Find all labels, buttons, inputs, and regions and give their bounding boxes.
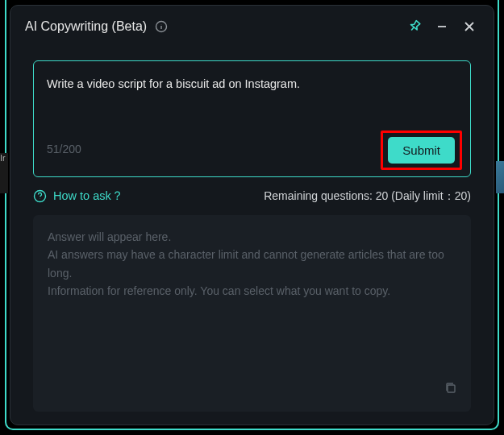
- meta-row: How to ask？ Remaining questions: 20 (Dai…: [33, 188, 471, 204]
- char-count: 51/200: [47, 143, 81, 155]
- svg-rect-9: [448, 385, 455, 392]
- submit-button[interactable]: Submit: [388, 137, 455, 164]
- question-icon: [33, 189, 47, 203]
- answer-placeholder-line2: AI answers may have a character limit an…: [48, 246, 456, 282]
- how-to-ask-link[interactable]: How to ask？: [33, 188, 123, 204]
- bg-right-strip: [496, 161, 504, 193]
- how-to-ask-label: How to ask？: [53, 188, 123, 204]
- minimize-button[interactable]: [432, 17, 452, 36]
- window-title: AI Copywriting (Beta): [25, 19, 147, 34]
- submit-highlight: Submit: [381, 130, 462, 170]
- close-button[interactable]: [460, 17, 479, 36]
- bg-left-strip: Ir: [0, 153, 8, 193]
- prompt-input-box[interactable]: Write a video script for a biscuit ad on…: [33, 60, 471, 177]
- pin-icon[interactable]: [405, 17, 424, 36]
- copy-icon[interactable]: [444, 381, 458, 400]
- prompt-text[interactable]: Write a video script for a biscuit ad on…: [47, 76, 457, 122]
- info-icon[interactable]: [155, 20, 168, 33]
- svg-line-3: [411, 27, 414, 31]
- answer-box: Answer will appear here. AI answers may …: [33, 215, 471, 412]
- answer-placeholder-line1: Answer will appear here.: [48, 228, 456, 246]
- input-bottom-row: 51/200 Submit: [47, 130, 457, 167]
- remaining-questions: Remaining questions: 20 (Daily limit：20): [264, 189, 471, 204]
- answer-placeholder-line3: Information for reference only. You can …: [48, 282, 456, 300]
- content-area: Write a video script for a biscuit ad on…: [10, 44, 494, 425]
- titlebar: AI Copywriting (Beta): [10, 6, 494, 44]
- app-window: AI Copywriting (Beta): [10, 5, 494, 425]
